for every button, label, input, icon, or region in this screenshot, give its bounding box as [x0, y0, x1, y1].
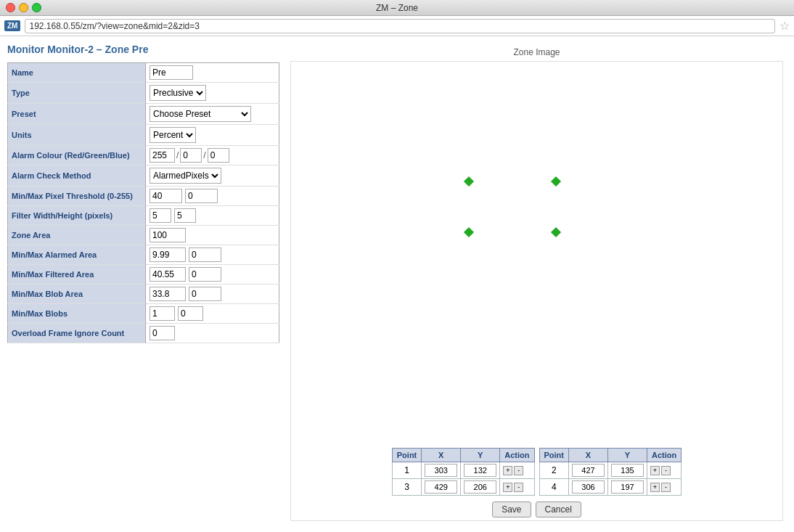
point-1-diamond[interactable]: [464, 176, 474, 187]
table-row: 1 + -: [392, 462, 534, 479]
pt2-row1-y-input[interactable]: [611, 464, 644, 477]
pt2-row2-x-input[interactable]: [572, 480, 605, 494]
points-table-1: Point X Y Action 1: [392, 448, 535, 496]
pt2-row2-plus-button[interactable]: +: [650, 483, 660, 492]
zone-area-row: Zone Area: [8, 226, 279, 245]
units-row: Units Percent Pixels: [8, 125, 279, 146]
pt1-row2-y-cell: [461, 479, 500, 496]
maximize-button[interactable]: [32, 3, 41, 12]
max-alarmed-input[interactable]: [189, 247, 221, 262]
pt2-row1-x-input[interactable]: [572, 464, 605, 477]
min-blob-input[interactable]: [150, 287, 186, 301]
filtered-area-row: Min/Max Filtered Area: [8, 265, 279, 285]
pt1-row2-plus-button[interactable]: +: [503, 483, 512, 492]
filter-w-input[interactable]: [150, 208, 171, 223]
pt1-row1-point: 1: [392, 462, 422, 479]
pt1-row2-y-input[interactable]: [464, 480, 496, 494]
color-inputs: / /: [150, 148, 275, 163]
table-row: 2 + -: [539, 462, 682, 479]
pt1-row1-plus-button[interactable]: +: [503, 466, 512, 475]
pt1-y-header: Y: [461, 449, 500, 462]
pt2-row1-minus-button[interactable]: -: [661, 466, 671, 475]
pt1-row1-x-input[interactable]: [425, 464, 457, 477]
right-panel: Zone Image Point X Y: [287, 44, 787, 525]
alarmed-area-cell: [146, 245, 279, 265]
title-bar: ZM – Zone: [0, 0, 794, 16]
pt1-row2-point: 3: [392, 479, 422, 496]
point-3-diamond[interactable]: [464, 227, 474, 237]
name-row: Name: [8, 63, 279, 83]
blobs-label: Min/Max Blobs: [8, 304, 146, 324]
max-blob-input[interactable]: [189, 287, 221, 301]
alarmed-area-row: Min/Max Alarmed Area: [8, 245, 279, 265]
max-pixel-input[interactable]: [185, 189, 218, 203]
zone-area-cell: [146, 226, 279, 245]
table-row: 3 + -: [392, 479, 534, 496]
minimize-button[interactable]: [19, 3, 28, 12]
address-input[interactable]: [25, 19, 775, 33]
pt1-row1-minus-button[interactable]: -: [514, 466, 523, 475]
alarm-colour-cell: / /: [146, 146, 279, 165]
cancel-button[interactable]: Cancel: [536, 502, 581, 517]
pt2-row2-y-cell: [608, 479, 647, 496]
pt1-row1-x-cell: [422, 462, 461, 479]
pt1-row1-y-input[interactable]: [464, 464, 496, 477]
pt2-row2-x-cell: [569, 479, 608, 496]
pt2-x-header: X: [569, 449, 608, 462]
footer-buttons: Save Cancel: [492, 502, 581, 517]
overload-cell: [146, 324, 279, 343]
pt2-row2-y-input[interactable]: [611, 480, 644, 494]
pt2-row1-plus-button[interactable]: +: [650, 466, 660, 475]
blob-area-label: Min/Max Blob Area: [8, 285, 146, 304]
type-select[interactable]: Preclusive Active Inclusive Exclusive Pr…: [150, 85, 206, 101]
left-panel: Monitor Monitor-2 – Zone Pre Name Type P…: [7, 44, 287, 525]
pt2-row1-x-cell: [569, 462, 608, 479]
preset-select[interactable]: Choose Preset: [150, 106, 251, 122]
pt1-row2-minus-button[interactable]: -: [514, 483, 523, 492]
min-alarmed-input[interactable]: [150, 247, 186, 262]
zone-image-label: Zone Image: [287, 47, 787, 57]
pt1-row2-x-input[interactable]: [425, 480, 457, 494]
alarm-colour-row: Alarm Colour (Red/Green/Blue) / /: [8, 146, 279, 165]
zone-area-input[interactable]: [150, 228, 186, 242]
units-cell: Percent Pixels: [146, 125, 279, 146]
point-4-diamond[interactable]: [551, 227, 561, 237]
alarm-check-label: Alarm Check Method: [8, 165, 146, 187]
units-select[interactable]: Percent Pixels: [150, 127, 196, 143]
name-label: Name: [8, 63, 146, 83]
pt2-row1-point: 2: [539, 462, 569, 479]
colour-r-input[interactable]: [150, 148, 175, 163]
colour-g-input[interactable]: [180, 148, 202, 163]
colour-b-input[interactable]: [208, 148, 229, 163]
min-blobs-input[interactable]: [150, 306, 175, 321]
pt2-row2-point: 4: [539, 479, 569, 496]
pt1-row2-x-cell: [422, 479, 461, 496]
min-filtered-input[interactable]: [150, 267, 186, 282]
pt2-row2-minus-button[interactable]: -: [661, 483, 671, 492]
alarm-check-cell: AlarmedPixels FilteredPixels Blobs: [146, 165, 279, 187]
type-label: Type: [8, 83, 146, 104]
type-row: Type Preclusive Active Inclusive Exclusi…: [8, 83, 279, 104]
name-cell: [146, 63, 279, 83]
overload-input[interactable]: [150, 326, 175, 340]
bookmark-icon[interactable]: ☆: [779, 19, 790, 33]
pt1-action-header: Action: [500, 449, 534, 462]
preset-label: Preset: [8, 104, 146, 125]
table-row: 4 + -: [539, 479, 682, 496]
close-button[interactable]: [6, 3, 15, 12]
name-input[interactable]: [150, 65, 193, 80]
max-filtered-input[interactable]: [189, 267, 221, 282]
max-blobs-input[interactable]: [178, 306, 203, 321]
min-pixel-input[interactable]: [150, 189, 182, 203]
filtered-area-cell: [146, 265, 279, 285]
save-button[interactable]: Save: [492, 502, 531, 517]
filter-wh-row: Filter Width/Height (pixels): [8, 206, 279, 226]
filtered-area-label: Min/Max Filtered Area: [8, 265, 146, 285]
filter-h-input[interactable]: [174, 208, 196, 223]
alarm-check-select[interactable]: AlarmedPixels FilteredPixels Blobs: [150, 168, 221, 184]
points-tables: Point X Y Action 1: [392, 448, 682, 496]
alarm-check-row: Alarm Check Method AlarmedPixels Filtere…: [8, 165, 279, 187]
point-2-diamond[interactable]: [551, 176, 561, 187]
pt1-row1-y-cell: [461, 462, 500, 479]
pt2-action-header: Action: [647, 449, 682, 462]
